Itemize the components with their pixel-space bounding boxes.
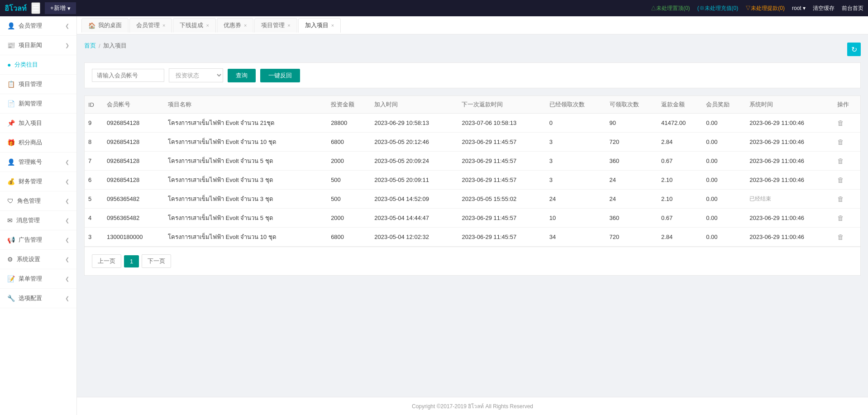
sidebar-item-join-project[interactable]: 📌 加入项目 xyxy=(0,114,76,133)
col-sys-time: 系统时间 xyxy=(746,96,833,114)
cell-id: 5 xyxy=(85,190,103,209)
news-icon: 📰 xyxy=(7,42,15,49)
sidebar-item-project-mgmt[interactable]: 📋 项目管理 xyxy=(0,75,76,94)
sidebar-item-ads-mgmt[interactable]: 📢 广告管理 ❮ xyxy=(0,230,76,250)
sidebar-label-system-settings: 系统设置 xyxy=(17,255,40,263)
footer: Copyright ©2017-2019 อิโวลท์ All Rights … xyxy=(77,397,868,415)
tab-join-project-close[interactable]: × xyxy=(331,23,334,28)
sidebar-label-admin-account: 管理账号 xyxy=(19,158,42,166)
current-page[interactable]: 1 xyxy=(124,255,139,267)
data-table: ID 会员帐号 项目名称 投资金额 加入时间 下一次返款时间 已经领取次数 可领… xyxy=(85,96,860,247)
tab-coupons[interactable]: 优惠券 × xyxy=(217,18,253,33)
cell-received: 34 xyxy=(546,228,606,247)
delete-button[interactable]: 🗑 xyxy=(837,233,844,241)
tab-downline[interactable]: 下线提成 × xyxy=(173,18,215,33)
sidebar-item-finance-mgmt[interactable]: 💰 财务管理 ❮ xyxy=(0,172,76,191)
investment-status-select[interactable]: 投资状态 进行中 已结束 xyxy=(169,68,223,82)
delete-button[interactable]: 🗑 xyxy=(837,195,844,203)
sidebar-item-news-mgmt[interactable]: 📄 新闻管理 xyxy=(0,94,76,114)
tab-project-mgmt-close[interactable]: × xyxy=(287,23,290,28)
cell-join-time: 2023-05-04 12:02:32 xyxy=(371,228,458,247)
main-area: 🏠 我的桌面 会员管理 × 下线提成 × 优惠券 × 项目管理 × 加入项目 × xyxy=(77,16,868,415)
cell-return-amount: 2.10 xyxy=(658,190,702,209)
sidebar-label-member-mgmt: 会员管理 xyxy=(19,22,42,30)
reset-button[interactable]: 一键反回 xyxy=(260,69,300,82)
sys-time-value: 2023-06-29 11:00:46 xyxy=(749,176,804,183)
cell-join-time: 2023-05-04 14:44:47 xyxy=(371,209,458,228)
col-next-return: 下一次返款时间 xyxy=(458,96,545,114)
notification-recharge[interactable]: (※未处理充值(0) xyxy=(697,5,739,12)
sidebar-item-system-settings[interactable]: ⚙ 系统设置 ❮ xyxy=(0,250,76,269)
next-page-button[interactable]: 下一页 xyxy=(142,254,171,268)
cell-received: 0 xyxy=(546,114,606,133)
col-id: ID xyxy=(85,96,103,114)
tab-downline-close[interactable]: × xyxy=(206,23,209,28)
clear-cache-button[interactable]: 清空缓存 xyxy=(813,5,835,12)
breadcrumb-separator: / xyxy=(99,43,100,49)
sidebar-item-project-news[interactable]: 📰 项目新闻 ❯ xyxy=(0,36,76,55)
cell-next-return: 2023-05-05 15:55:02 xyxy=(458,190,545,209)
table-row: 4 0956365482 โครงการเสาเข็มไฟฟ้า Evolt จ… xyxy=(85,209,860,228)
tab-member-mgmt[interactable]: 会员管理 × xyxy=(129,18,172,33)
cell-next-return: 2023-06-29 11:45:57 xyxy=(458,228,545,247)
sidebar-item-points-goods[interactable]: 🎁 积分商品 xyxy=(0,133,76,153)
menu-toggle-button[interactable]: ☰ xyxy=(31,2,40,14)
sidebar-item-member-mgmt[interactable]: 👤 会员管理 ❮ xyxy=(0,16,76,36)
delete-button[interactable]: 🗑 xyxy=(837,176,844,184)
tab-coupons-label: 优惠券 xyxy=(224,21,241,29)
delete-button[interactable]: 🗑 xyxy=(837,119,844,127)
sidebar-label-points-goods: 积分商品 xyxy=(19,138,42,147)
cell-join-time: 2023-06-29 10:58:13 xyxy=(371,114,458,133)
sidebar-item-role-mgmt[interactable]: 🛡 角色管理 ❮ xyxy=(0,191,76,211)
cell-amount: 28800 xyxy=(327,114,371,133)
delete-button[interactable]: 🗑 xyxy=(837,138,844,146)
cell-reward: 0.00 xyxy=(702,209,746,228)
chevron-left-icon7: ❮ xyxy=(65,257,69,262)
tab-my-desk[interactable]: 🏠 我的桌面 xyxy=(81,18,129,33)
cell-id: 4 xyxy=(85,209,103,228)
tab-member-mgmt-close[interactable]: × xyxy=(162,23,165,28)
cell-available: 90 xyxy=(606,114,658,133)
cell-project: โครงการเสาเข็มไฟฟ้า Evolt จำนวน 3 ชุด xyxy=(164,171,327,190)
table-header-row: ID 会员帐号 项目名称 投资金额 加入时间 下一次返款时间 已经领取次数 可领… xyxy=(85,96,860,114)
notification-pinned[interactable]: △未处理置顶(0) xyxy=(651,5,690,12)
notification-withdraw[interactable]: ▽未处理提款(0) xyxy=(745,5,785,12)
cell-return-amount: 2.84 xyxy=(658,228,702,247)
cell-id: 3 xyxy=(85,228,103,247)
delete-button[interactable]: 🗑 xyxy=(837,157,844,165)
cell-received: 3 xyxy=(546,171,606,190)
query-button[interactable]: 查询 xyxy=(228,69,256,82)
tab-project-mgmt[interactable]: 项目管理 × xyxy=(254,18,297,33)
data-table-wrap: ID 会员帐号 项目名称 投资金额 加入时间 下一次返款时间 已经领取次数 可领… xyxy=(84,95,861,276)
sidebar-label-join-project: 加入项目 xyxy=(19,119,42,127)
table-row: 5 0956365482 โครงการเสาเข็มไฟฟ้า Evolt จ… xyxy=(85,190,860,209)
prev-page-button[interactable]: 上一页 xyxy=(92,254,121,268)
admin-icon: 👤 xyxy=(7,158,15,166)
cell-action: 🗑 xyxy=(834,114,860,133)
col-project: 项目名称 xyxy=(164,96,327,114)
sidebar-item-option-config[interactable]: 🔧 选项配置 ❮ xyxy=(0,289,76,308)
table-row: 6 0926854128 โครงการเสาเข็มไฟฟ้า Evolt จ… xyxy=(85,171,860,190)
cell-received: 3 xyxy=(546,133,606,152)
sidebar-item-message-mgmt[interactable]: ✉ 消息管理 ❮ xyxy=(0,211,76,230)
tab-coupons-close[interactable]: × xyxy=(244,23,247,28)
cell-amount: 500 xyxy=(327,171,371,190)
user-menu[interactable]: root ▾ xyxy=(792,5,806,11)
sidebar-label-option-config: 选项配置 xyxy=(19,294,42,302)
ads-icon: 📢 xyxy=(7,236,15,243)
cell-reward: 0.00 xyxy=(702,114,746,133)
sidebar-item-order-mgmt[interactable]: 📝 菜单管理 ❮ xyxy=(0,269,76,289)
breadcrumb-home[interactable]: 首页 xyxy=(84,42,96,50)
sidebar-item-category[interactable]: ● 分类往目 xyxy=(0,55,76,75)
tab-join-project[interactable]: 加入项目 × xyxy=(298,18,341,33)
chevron-left-icon6: ❮ xyxy=(65,237,69,243)
member-account-input[interactable] xyxy=(92,69,164,82)
add-new-button[interactable]: +新增 ▾ xyxy=(45,2,76,14)
sidebar-label-role-mgmt: 角色管理 xyxy=(17,197,41,205)
back-home-button[interactable]: 前台首页 xyxy=(842,5,863,12)
sidebar-item-admin-account[interactable]: 👤 管理账号 ❮ xyxy=(0,153,76,172)
cell-available: 360 xyxy=(606,152,658,171)
cell-action: 🗑 xyxy=(834,190,860,209)
refresh-button[interactable]: ↻ xyxy=(847,43,861,56)
delete-button[interactable]: 🗑 xyxy=(837,214,844,222)
